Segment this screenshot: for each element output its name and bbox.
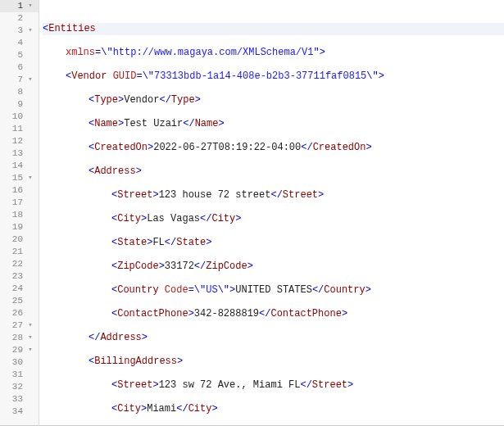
gutter-line: 20: [0, 233, 39, 246]
line-number: 4: [7, 37, 23, 49]
line-number: 23: [7, 270, 23, 283]
line-number: 24: [7, 283, 23, 295]
gutter-line: 18: [0, 209, 39, 221]
line-number: 22: [7, 258, 23, 270]
gutter-line: 33: [0, 393, 39, 406]
line-number: 14: [7, 160, 23, 172]
code-line: <BillingAddress>: [43, 356, 504, 368]
line-number: 28: [7, 332, 23, 344]
fold-toggle-icon[interactable]: ▾: [25, 332, 35, 344]
fold-toggle-icon[interactable]: ▾: [25, 25, 35, 37]
fold-toggle-icon[interactable]: ▾: [25, 172, 35, 184]
code-line: <Vendor GUID=\"73313bdb-1a14-408e-b2b3-3…: [43, 70, 504, 83]
gutter-line: 28▾: [0, 332, 39, 344]
line-number: 31: [7, 369, 23, 381]
fold-toggle-icon[interactable]: ▾: [25, 74, 35, 86]
code-line: <City>Las Vagas</City>: [43, 213, 504, 225]
gutter-line: 11: [0, 123, 39, 135]
code-line: <State>FL</State>: [43, 237, 504, 249]
line-number-gutter: 1▾23▾4567▾89101112131415▾161718192021222…: [0, 0, 39, 425]
gutter-line: 16: [0, 184, 39, 197]
fold-toggle-icon[interactable]: ▾: [25, 0, 35, 12]
gutter-line: 15▾: [0, 172, 39, 184]
line-number: 19: [7, 221, 23, 233]
code-area[interactable]: <Entities xmlns=\"http://www.magaya.com/…: [39, 0, 504, 425]
code-line: <Address>: [43, 165, 504, 178]
line-number: 34: [7, 406, 23, 418]
line-number: 17: [7, 197, 23, 209]
line-number: 9: [7, 98, 23, 111]
code-line: <ZipCode>33172</ZipCode>: [43, 261, 504, 273]
gutter-line: 26: [0, 307, 39, 320]
gutter-line: 5: [0, 49, 39, 61]
gutter-line: 8: [0, 86, 39, 98]
gutter-line: 14: [0, 160, 39, 172]
line-number: 29: [7, 344, 23, 356]
gutter-line: 29▾: [0, 344, 39, 356]
gutter-line: 1▾: [0, 0, 39, 12]
gutter-line: 10: [0, 111, 39, 123]
gutter-line: 31: [0, 369, 39, 381]
gutter-line: 7▾: [0, 74, 39, 86]
fold-toggle-icon[interactable]: ▾: [25, 320, 35, 332]
line-number: 26: [7, 307, 23, 320]
gutter-line: 12: [0, 135, 39, 147]
code-line: <City>Miami</City>: [43, 403, 504, 415]
code-line: <Country Code=\"US\">UNITED STATES</Coun…: [43, 284, 504, 297]
gutter-line: 6: [0, 61, 39, 74]
line-number: 15: [7, 172, 23, 184]
code-line: <Street>123 sw 72 Ave., Miami FL</Street…: [43, 379, 504, 392]
line-number: 5: [7, 49, 23, 61]
gutter-line: 4: [0, 37, 39, 49]
line-number: 11: [7, 123, 23, 135]
code-line: <Entities: [43, 23, 504, 35]
line-number: 16: [7, 184, 23, 197]
line-number: 33: [7, 393, 23, 406]
line-number: 2: [7, 12, 23, 25]
fold-toggle-icon[interactable]: ▾: [25, 344, 35, 356]
code-line: </Address>: [43, 332, 504, 344]
gutter-line: 9: [0, 98, 39, 111]
gutter-line: 2: [0, 12, 39, 25]
line-number: 25: [7, 295, 23, 307]
gutter-line: 25: [0, 295, 39, 307]
gutter-line: 34: [0, 406, 39, 418]
line-number: 20: [7, 233, 23, 246]
code-line: <Name>Test Uzair</Name>: [43, 118, 504, 130]
gutter-line: 24: [0, 283, 39, 295]
line-number: 3: [7, 25, 23, 37]
line-number: 6: [7, 61, 23, 74]
code-line: <Street>123 house 72 street</Street>: [43, 189, 504, 202]
gutter-line: 19: [0, 221, 39, 233]
gutter-line: 13: [0, 147, 39, 160]
line-number: 1: [7, 0, 23, 12]
line-number: 21: [7, 246, 23, 258]
line-number: 12: [7, 135, 23, 147]
line-number: 18: [7, 209, 23, 221]
line-number: 27: [7, 320, 23, 332]
code-line: <ContactPhone>342-8288819</ContactPhone>: [43, 308, 504, 320]
gutter-line: 32: [0, 381, 39, 393]
line-number: 10: [7, 111, 23, 123]
gutter-line: 21: [0, 246, 39, 258]
gutter-line: 30: [0, 356, 39, 369]
line-number: 7: [7, 74, 23, 86]
line-number: 13: [7, 147, 23, 160]
line-number: 30: [7, 356, 23, 369]
xml-editor: 1▾23▾4567▾89101112131415▾161718192021222…: [0, 0, 504, 425]
gutter-line: 27▾: [0, 320, 39, 332]
code-line: <Type>Vendor</Type>: [43, 94, 504, 106]
gutter-line: 23: [0, 270, 39, 283]
line-number: 32: [7, 381, 23, 393]
code-line: <CreatedOn>2022-06-27T08:19:22-04:00</Cr…: [43, 142, 504, 154]
code-line: xmlns=\"http://www.magaya.com/XMLSchema/…: [43, 47, 504, 59]
gutter-line: 22: [0, 258, 39, 270]
gutter-line: 3▾: [0, 25, 39, 37]
line-number: 8: [7, 86, 23, 98]
gutter-line: 17: [0, 197, 39, 209]
